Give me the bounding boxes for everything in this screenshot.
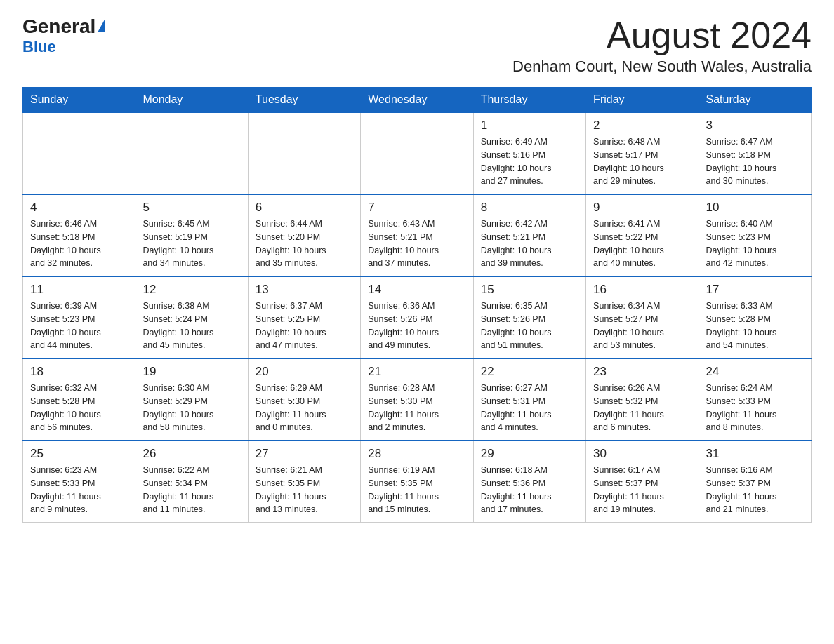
day-number: 19 [143,365,240,379]
day-number: 24 [706,365,804,379]
day-info: Sunrise: 6:36 AM Sunset: 5:26 PM Dayligh… [368,300,465,352]
location-subtitle: Denham Court, New South Wales, Australia [512,58,812,76]
calendar-week-row-2: 4Sunrise: 6:46 AM Sunset: 5:18 PM Daylig… [23,194,812,276]
calendar-cell: 28Sunrise: 6:19 AM Sunset: 5:35 PM Dayli… [361,441,473,523]
calendar-cell: 21Sunrise: 6:28 AM Sunset: 5:30 PM Dayli… [361,358,473,441]
col-saturday: Saturday [699,88,811,113]
calendar-cell: 19Sunrise: 6:30 AM Sunset: 5:29 PM Dayli… [135,358,248,441]
day-info: Sunrise: 6:39 AM Sunset: 5:23 PM Dayligh… [30,300,128,352]
day-info: Sunrise: 6:41 AM Sunset: 5:22 PM Dayligh… [593,217,691,270]
day-info: Sunrise: 6:22 AM Sunset: 5:34 PM Dayligh… [143,464,240,516]
calendar-cell: 11Sunrise: 6:39 AM Sunset: 5:23 PM Dayli… [23,276,135,358]
day-info: Sunrise: 6:24 AM Sunset: 5:33 PM Dayligh… [706,382,804,434]
day-info: Sunrise: 6:30 AM Sunset: 5:29 PM Dayligh… [143,382,240,434]
day-number: 4 [30,201,128,215]
calendar-cell: 1Sunrise: 6:49 AM Sunset: 5:16 PM Daylig… [473,112,585,194]
day-number: 1 [481,119,578,133]
month-year-title: August 2024 [512,17,812,53]
day-number: 20 [256,365,353,379]
day-info: Sunrise: 6:42 AM Sunset: 5:21 PM Dayligh… [481,217,578,270]
day-info: Sunrise: 6:32 AM Sunset: 5:28 PM Dayligh… [30,382,128,434]
calendar-cell: 17Sunrise: 6:33 AM Sunset: 5:28 PM Dayli… [699,276,811,358]
logo-blue: Blue [22,38,56,56]
day-number: 16 [593,283,691,297]
calendar-cell: 7Sunrise: 6:43 AM Sunset: 5:21 PM Daylig… [361,194,473,276]
day-number: 14 [368,283,465,297]
day-info: Sunrise: 6:38 AM Sunset: 5:24 PM Dayligh… [143,300,240,352]
calendar-cell: 25Sunrise: 6:23 AM Sunset: 5:33 PM Dayli… [23,441,135,523]
col-thursday: Thursday [473,88,585,113]
logo-general: General [22,17,95,36]
day-number: 29 [481,447,578,461]
logo: General Blue [22,17,105,56]
day-info: Sunrise: 6:45 AM Sunset: 5:19 PM Dayligh… [143,217,240,270]
calendar-cell: 9Sunrise: 6:41 AM Sunset: 5:22 PM Daylig… [586,194,699,276]
day-number: 30 [593,447,691,461]
day-number: 27 [256,447,353,461]
calendar-cell [23,112,135,194]
calendar-cell: 22Sunrise: 6:27 AM Sunset: 5:31 PM Dayli… [473,358,585,441]
col-monday: Monday [135,88,248,113]
calendar-cell: 5Sunrise: 6:45 AM Sunset: 5:19 PM Daylig… [135,194,248,276]
day-number: 31 [706,447,804,461]
calendar-week-row-5: 25Sunrise: 6:23 AM Sunset: 5:33 PM Dayli… [23,441,812,523]
day-info: Sunrise: 6:47 AM Sunset: 5:18 PM Dayligh… [706,135,804,188]
day-number: 15 [481,283,578,297]
calendar-cell: 13Sunrise: 6:37 AM Sunset: 5:25 PM Dayli… [248,276,360,358]
day-number: 18 [30,365,128,379]
calendar-cell: 4Sunrise: 6:46 AM Sunset: 5:18 PM Daylig… [23,194,135,276]
calendar-cell [361,112,473,194]
day-info: Sunrise: 6:34 AM Sunset: 5:27 PM Dayligh… [593,300,691,352]
day-info: Sunrise: 6:48 AM Sunset: 5:17 PM Dayligh… [593,135,691,188]
day-number: 21 [368,365,465,379]
calendar-cell: 26Sunrise: 6:22 AM Sunset: 5:34 PM Dayli… [135,441,248,523]
calendar-cell: 16Sunrise: 6:34 AM Sunset: 5:27 PM Dayli… [586,276,699,358]
calendar-cell: 6Sunrise: 6:44 AM Sunset: 5:20 PM Daylig… [248,194,360,276]
day-info: Sunrise: 6:33 AM Sunset: 5:28 PM Dayligh… [706,300,804,352]
day-info: Sunrise: 6:44 AM Sunset: 5:20 PM Dayligh… [256,217,353,270]
calendar-cell: 2Sunrise: 6:48 AM Sunset: 5:17 PM Daylig… [586,112,699,194]
day-info: Sunrise: 6:21 AM Sunset: 5:35 PM Dayligh… [256,464,353,516]
calendar-cell: 20Sunrise: 6:29 AM Sunset: 5:30 PM Dayli… [248,358,360,441]
day-info: Sunrise: 6:17 AM Sunset: 5:37 PM Dayligh… [593,464,691,516]
calendar-cell: 12Sunrise: 6:38 AM Sunset: 5:24 PM Dayli… [135,276,248,358]
day-number: 9 [593,201,691,215]
calendar-table: Sunday Monday Tuesday Wednesday Thursday… [22,87,812,523]
day-number: 3 [706,119,804,133]
day-info: Sunrise: 6:35 AM Sunset: 5:26 PM Dayligh… [481,300,578,352]
day-number: 11 [30,283,128,297]
calendar-cell: 14Sunrise: 6:36 AM Sunset: 5:26 PM Dayli… [361,276,473,358]
calendar-cell [248,112,360,194]
header: General Blue August 2024 Denham Court, N… [22,17,812,76]
calendar-cell: 24Sunrise: 6:24 AM Sunset: 5:33 PM Dayli… [699,358,811,441]
calendar-week-row-4: 18Sunrise: 6:32 AM Sunset: 5:28 PM Dayli… [23,358,812,441]
day-info: Sunrise: 6:18 AM Sunset: 5:36 PM Dayligh… [481,464,578,516]
day-info: Sunrise: 6:40 AM Sunset: 5:23 PM Dayligh… [706,217,804,270]
day-info: Sunrise: 6:46 AM Sunset: 5:18 PM Dayligh… [30,217,128,270]
calendar-cell: 8Sunrise: 6:42 AM Sunset: 5:21 PM Daylig… [473,194,585,276]
day-number: 23 [593,365,691,379]
day-info: Sunrise: 6:28 AM Sunset: 5:30 PM Dayligh… [368,382,465,434]
title-area: August 2024 Denham Court, New South Wale… [512,17,812,76]
calendar-cell: 3Sunrise: 6:47 AM Sunset: 5:18 PM Daylig… [699,112,811,194]
day-info: Sunrise: 6:49 AM Sunset: 5:16 PM Dayligh… [481,135,578,188]
calendar-cell: 23Sunrise: 6:26 AM Sunset: 5:32 PM Dayli… [586,358,699,441]
day-number: 5 [143,201,240,215]
day-number: 26 [143,447,240,461]
day-number: 7 [368,201,465,215]
col-friday: Friday [586,88,699,113]
calendar-cell: 31Sunrise: 6:16 AM Sunset: 5:37 PM Dayli… [699,441,811,523]
calendar-cell: 10Sunrise: 6:40 AM Sunset: 5:23 PM Dayli… [699,194,811,276]
day-number: 10 [706,201,804,215]
day-info: Sunrise: 6:37 AM Sunset: 5:25 PM Dayligh… [256,300,353,352]
day-number: 17 [706,283,804,297]
col-wednesday: Wednesday [361,88,473,113]
day-number: 6 [256,201,353,215]
col-tuesday: Tuesday [248,88,360,113]
calendar-cell: 29Sunrise: 6:18 AM Sunset: 5:36 PM Dayli… [473,441,585,523]
calendar-cell: 15Sunrise: 6:35 AM Sunset: 5:26 PM Dayli… [473,276,585,358]
day-info: Sunrise: 6:27 AM Sunset: 5:31 PM Dayligh… [481,382,578,434]
day-info: Sunrise: 6:26 AM Sunset: 5:32 PM Dayligh… [593,382,691,434]
calendar-week-row-1: 1Sunrise: 6:49 AM Sunset: 5:16 PM Daylig… [23,112,812,194]
day-number: 8 [481,201,578,215]
